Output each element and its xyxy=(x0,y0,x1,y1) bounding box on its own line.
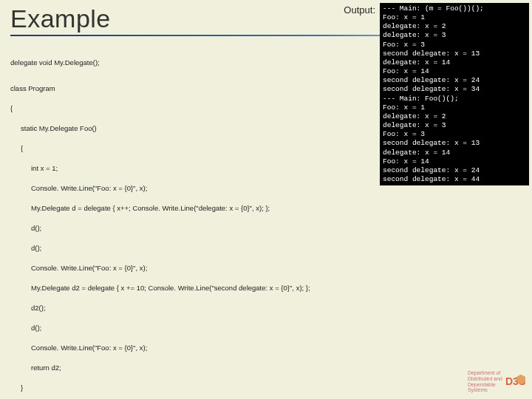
code-line: My.Delegate d2 = delegate { x += 10; Con… xyxy=(10,283,522,293)
svg-marker-1 xyxy=(516,375,525,384)
code-line: d(); xyxy=(10,223,522,233)
code-line: } xyxy=(10,383,522,392)
code-line: return d2; xyxy=(10,363,522,372)
code-line: d(); xyxy=(10,243,522,253)
console-output: --- Main: (m = Foo())(); Foo: x = 1 dele… xyxy=(380,3,529,185)
code-line: Console. Write.Line("Foo: x = {0}", x); xyxy=(10,263,522,273)
department-label: Department of Distributed and Dependable… xyxy=(468,370,502,393)
footer-line: Distributed and xyxy=(468,376,502,382)
footer: Department of Distributed and Dependable… xyxy=(468,370,526,393)
code-line: My.Delegate d = delegate { x++; Console.… xyxy=(10,203,522,213)
code-line: d(); xyxy=(10,323,522,332)
footer-line: Systems xyxy=(468,387,502,393)
code-line: d2(); xyxy=(10,303,522,313)
code-line: Console. Write.Line("Foo: x = {0}", x); xyxy=(10,343,522,352)
d3s-logo-icon: D3S xyxy=(505,373,526,391)
footer-line: Dependable xyxy=(468,382,502,388)
output-label: Output: xyxy=(344,4,375,16)
footer-line: Department of xyxy=(468,370,502,376)
